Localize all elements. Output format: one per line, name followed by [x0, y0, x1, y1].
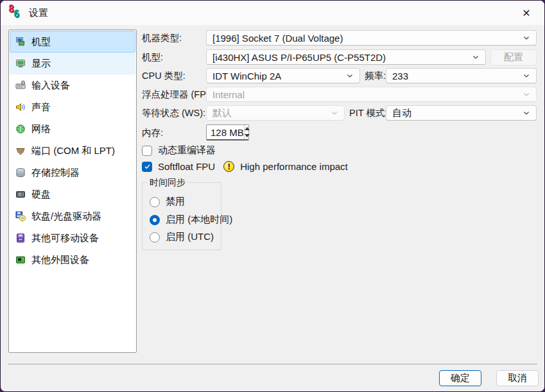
softfloat-checkbox[interactable]: Softfloat FPU ! High performance impact [142, 161, 348, 172]
sidebar-item-network[interactable]: 网络 [10, 118, 135, 140]
machine-type-combo[interactable]: [1996] Socket 7 (Dual Voltage) [206, 30, 537, 46]
radio-unselected-icon [150, 232, 160, 243]
radio-time-sync-utc[interactable]: 启用 (UTC) [150, 231, 214, 243]
arrow-up-icon [245, 127, 250, 130]
sidebar-item-machine[interactable]: 机型 [10, 31, 135, 53]
display-icon [15, 58, 26, 69]
radio-label: 启用 (本地时间) [166, 214, 232, 226]
chevron-down-icon [331, 109, 338, 117]
pit-mode-label: PIT 模式: [349, 107, 387, 119]
sidebar-item-label: 其他可移动设备 [31, 232, 99, 244]
sidebar-item-other-peripherals[interactable]: 其他外围设备 [10, 249, 135, 271]
sidebar-item-label: 其他外围设备 [31, 254, 89, 266]
arrow-down-icon [245, 134, 250, 137]
window-title: 设置 [29, 7, 48, 19]
floppy-cdrom-icon [15, 211, 26, 221]
sidebar-item-label: 声音 [31, 101, 51, 114]
category-list: 机型 显示 输入设备 声音 网络 端口 (COM 和 LPT) 存储控制器 硬 [8, 30, 137, 353]
sidebar-item-label: 端口 (COM 和 LPT) [31, 145, 115, 157]
sound-icon [15, 102, 26, 112]
chevron-down-icon [346, 72, 354, 80]
machine-configure-button: 配置 [490, 49, 537, 65]
sidebar-item-label: 输入设备 [31, 80, 70, 92]
chevron-down-icon [523, 90, 530, 98]
input-devices-icon [15, 80, 26, 90]
peripherals-icon [15, 255, 26, 265]
chevron-down-icon [523, 34, 530, 42]
checkbox-checked-icon [142, 162, 152, 172]
softfloat-label: Softfloat FPU [158, 161, 215, 172]
time-sync-title: 时间同步 [147, 177, 188, 189]
softfloat-warning-text: High performance impact [240, 161, 348, 172]
wait-states-combo: 默认 [206, 105, 345, 121]
radio-label: 禁用 [166, 196, 185, 208]
sidebar-item-storage-controllers[interactable]: 存储控制器 [10, 162, 135, 183]
sidebar-item-label: 机型 [31, 36, 51, 48]
dynarec-label: 动态重编译器 [158, 144, 216, 157]
settings-window: 86 设置 ✕ 机型 显示 输入设备 声音 网络 端口 (COM 和 LPT) [0, 0, 545, 392]
checkbox-unchecked-icon [142, 146, 152, 156]
storage-controllers-icon [15, 167, 26, 178]
chevron-down-icon [472, 53, 480, 61]
sidebar-item-other-removable[interactable]: 其他可移动设备 [10, 227, 135, 249]
radio-label: 启用 (UTC) [166, 231, 214, 243]
speed-label: 频率: [365, 70, 386, 82]
wait-states-label: 等待状态 (WS): [142, 107, 205, 119]
sidebar-item-floppy-cdrom[interactable]: 软盘/光盘驱动器 [10, 205, 135, 227]
sidebar-item-label: 网络 [31, 123, 51, 135]
sidebar-item-label: 软盘/光盘驱动器 [31, 210, 101, 223]
sidebar-item-hard-disks[interactable]: 硬盘 [10, 183, 135, 205]
radio-time-sync-local[interactable]: 启用 (本地时间) [150, 214, 232, 226]
86box-logo-icon: 86 [8, 5, 23, 21]
memory-spinbox[interactable]: 128 MB [206, 124, 249, 141]
sidebar-item-sound[interactable]: 声音 [10, 96, 135, 118]
footer-separator [8, 364, 537, 364]
chevron-down-icon [523, 72, 530, 80]
radio-unselected-icon [150, 197, 160, 207]
warning-icon: ! [223, 161, 234, 172]
memory-value[interactable]: 128 MB [207, 125, 244, 139]
cpu-type-label: CPU 类型: [142, 70, 186, 82]
sidebar-item-label: 硬盘 [31, 189, 51, 201]
chevron-down-icon [523, 109, 530, 117]
cancel-button[interactable]: 取消 [496, 370, 539, 386]
sidebar-item-label: 存储控制器 [31, 167, 80, 179]
cpu-type-combo[interactable]: IDT WinChip 2A [206, 68, 360, 83]
removable-devices-icon [15, 233, 26, 243]
pit-mode-combo[interactable]: 自动 [386, 105, 537, 121]
dynarec-checkbox[interactable]: 动态重编译器 [142, 144, 216, 157]
memory-up-button[interactable] [245, 125, 250, 132]
close-icon[interactable]: ✕ [517, 4, 536, 22]
network-icon [15, 124, 26, 134]
memory-down-button[interactable] [245, 132, 250, 139]
memory-label: 内存: [142, 127, 163, 139]
sidebar-item-label: 显示 [31, 58, 51, 70]
machine-combo[interactable]: [i430HX] ASUS P/I-P65UP5 (C-P55T2D) [206, 49, 486, 65]
titlebar: 86 设置 ✕ [1, 1, 544, 25]
machine-label: 机型: [142, 51, 163, 64]
machine-type-label: 机器类型: [142, 32, 182, 44]
ports-icon [15, 146, 26, 156]
ok-button[interactable]: 确定 [439, 370, 481, 386]
sidebar-item-input-devices[interactable]: 输入设备 [10, 74, 135, 96]
sidebar-item-ports[interactable]: 端口 (COM 和 LPT) [10, 140, 135, 162]
radio-time-sync-disabled[interactable]: 禁用 [150, 196, 185, 208]
sidebar-item-display[interactable]: 显示 [10, 53, 135, 74]
speed-combo[interactable]: 233 [386, 68, 537, 83]
machine-icon [15, 37, 26, 47]
fpu-combo: Internal [206, 87, 537, 102]
hard-disk-icon [15, 189, 26, 200]
radio-selected-icon [150, 215, 160, 225]
